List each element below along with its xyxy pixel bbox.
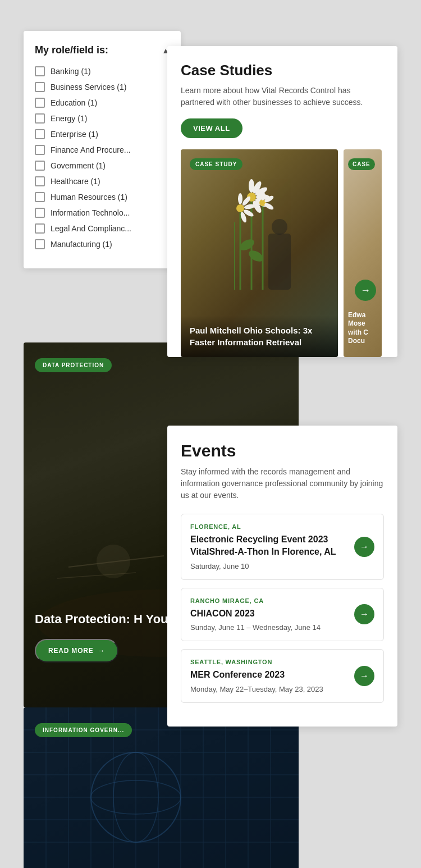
- event-info-0: FLORENCE, AL Electronic Recycling Event …: [190, 523, 349, 570]
- case-study-badge-1: CASE STUDY: [190, 158, 242, 170]
- event-info-2: SEATTLE, WASHINGTON MER Conference 2023 …: [190, 659, 349, 693]
- filter-checkbox-energy[interactable]: [35, 113, 45, 124]
- filter-label-manufacturing: Manufacturing (1): [51, 240, 112, 249]
- case-studies-subtitle: Learn more about how Vital Records Contr…: [181, 85, 384, 108]
- events-panel: Events Stay informed with the records ma…: [167, 426, 397, 727]
- events-title: Events: [181, 441, 384, 460]
- filter-label-legal: Legal And Complianc...: [51, 224, 131, 233]
- case-card-2-title-partial: Edwa Mose with C Docu: [348, 311, 379, 346]
- case-studies-title: Case Studies: [181, 62, 384, 79]
- event-arrow-2[interactable]: →: [354, 666, 374, 686]
- svg-point-29: [97, 545, 130, 578]
- filter-item-manufacturing[interactable]: Manufacturing (1): [35, 239, 170, 249]
- filter-item-information-technology[interactable]: Information Technolo...: [35, 208, 170, 218]
- case-card-1-text: Paul Mitchell Ohio Schools: 3x Faster In…: [181, 316, 338, 357]
- filter-item-enterprise[interactable]: Enterprise (1): [35, 129, 170, 139]
- case-cards-row: CASE STUDY Paul Mitchell Ohio Schools: 3…: [181, 149, 384, 357]
- case-study-badge-2: CASE: [348, 158, 375, 170]
- event-date-1: Sunday, June 11 – Wednesday, June 14: [190, 623, 349, 632]
- read-more-button[interactable]: READ MORE →: [35, 639, 118, 663]
- filter-label-finance: Finance And Procure...: [51, 145, 130, 154]
- event-arrow-1[interactable]: →: [354, 604, 374, 624]
- data-protection-badge: DATA PROTECTION: [35, 358, 112, 372]
- filter-label-education: Education (1): [51, 98, 97, 107]
- svg-point-12: [238, 193, 242, 204]
- filter-checkbox-information-technology[interactable]: [35, 208, 45, 218]
- event-name-2: MER Conference 2023: [190, 669, 349, 681]
- filter-title: My role/field is: ▲: [35, 44, 170, 56]
- filter-label-energy: Energy (1): [51, 114, 87, 123]
- filter-checkbox-finance[interactable]: [35, 145, 45, 155]
- filter-checkbox-government[interactable]: [35, 161, 45, 171]
- filter-item-business-services[interactable]: Business Services (1): [35, 82, 170, 92]
- filter-label-enterprise: Enterprise (1): [51, 130, 98, 139]
- filter-checkbox-human-resources[interactable]: [35, 192, 45, 202]
- filter-label-government: Government (1): [51, 161, 106, 170]
- filter-checkbox-education[interactable]: [35, 98, 45, 108]
- svg-point-18: [260, 190, 265, 200]
- case-card-1[interactable]: CASE STUDY Paul Mitchell Ohio Schools: 3…: [181, 149, 338, 357]
- filter-checkbox-healthcare[interactable]: [35, 176, 45, 186]
- filter-item-finance[interactable]: Finance And Procure...: [35, 145, 170, 155]
- filter-label-business-services: Business Services (1): [51, 83, 126, 92]
- event-location-2: SEATTLE, WASHINGTON: [190, 659, 349, 665]
- filter-item-banking[interactable]: Banking (1): [35, 66, 170, 76]
- event-location-0: FLORENCE, AL: [190, 523, 349, 530]
- event-arrow-0[interactable]: →: [354, 537, 374, 557]
- filter-checkbox-legal[interactable]: [35, 223, 45, 234]
- filter-checkbox-enterprise[interactable]: [35, 129, 45, 139]
- info-governance-card[interactable]: INFORMATION GOVERN...: [24, 707, 299, 868]
- case-card-2-partial[interactable]: CASE → Edwa Mose with C Docu: [344, 149, 382, 357]
- case-studies-panel: Case Studies Learn more about how Vital …: [167, 46, 397, 357]
- event-location-1: RANCHO MIRAGE, CA: [190, 597, 349, 604]
- case-card-1-title: Paul Mitchell Ohio Schools: 3x Faster In…: [190, 325, 329, 348]
- filter-item-healthcare[interactable]: Healthcare (1): [35, 176, 170, 186]
- events-list: FLORENCE, AL Electronic Recycling Event …: [181, 514, 384, 703]
- filter-label-human-resources: Human Resources (1): [51, 193, 127, 202]
- event-date-2: Monday, May 22–Tuesday, May 23, 2023: [190, 685, 349, 693]
- filter-panel: My role/field is: ▲ Banking (1)Business …: [24, 31, 181, 268]
- event-name-0: Electronic Recycling Event 2023 VitalShr…: [190, 533, 349, 559]
- event-info-1: RANCHO MIRAGE, CA CHIACON 2023 Sunday, J…: [190, 597, 349, 632]
- event-item-2[interactable]: SEATTLE, WASHINGTON MER Conference 2023 …: [181, 649, 384, 702]
- filter-item-government[interactable]: Government (1): [35, 161, 170, 171]
- event-item-0[interactable]: FLORENCE, AL Electronic Recycling Event …: [181, 514, 384, 580]
- flower-illustration: [212, 166, 291, 290]
- filter-item-human-resources[interactable]: Human Resources (1): [35, 192, 170, 202]
- filter-item-education[interactable]: Education (1): [35, 98, 170, 108]
- info-governance-badge: INFORMATION GOVERN...: [35, 723, 132, 737]
- filter-title-text: My role/field is:: [35, 44, 108, 56]
- read-more-label: READ MORE: [48, 647, 94, 655]
- svg-point-11: [236, 204, 244, 212]
- events-subtitle: Stay informed with the records managemen…: [181, 466, 384, 501]
- svg-rect-23: [268, 234, 291, 290]
- filter-items-list: Banking (1)Business Services (1)Educatio…: [35, 66, 170, 249]
- event-name-1: CHIACON 2023: [190, 607, 349, 620]
- filter-checkbox-business-services[interactable]: [35, 82, 45, 92]
- filter-checkbox-manufacturing[interactable]: [35, 239, 45, 249]
- filter-item-energy[interactable]: Energy (1): [35, 113, 170, 124]
- event-item-1[interactable]: RANCHO MIRAGE, CA CHIACON 2023 Sunday, J…: [181, 588, 384, 641]
- arrow-icon: →: [98, 647, 106, 655]
- event-date-0: Saturday, June 10: [190, 562, 349, 570]
- filter-label-banking: Banking (1): [51, 67, 91, 76]
- filter-checkbox-banking[interactable]: [35, 66, 45, 76]
- filter-item-legal[interactable]: Legal And Complianc...: [35, 223, 170, 234]
- view-all-button[interactable]: VIEW ALL: [181, 118, 242, 138]
- case-card-2-arrow[interactable]: →: [355, 280, 376, 301]
- svg-point-24: [272, 219, 287, 235]
- filter-label-healthcare: Healthcare (1): [51, 177, 100, 186]
- filter-label-information-technology: Information Technolo...: [51, 208, 130, 217]
